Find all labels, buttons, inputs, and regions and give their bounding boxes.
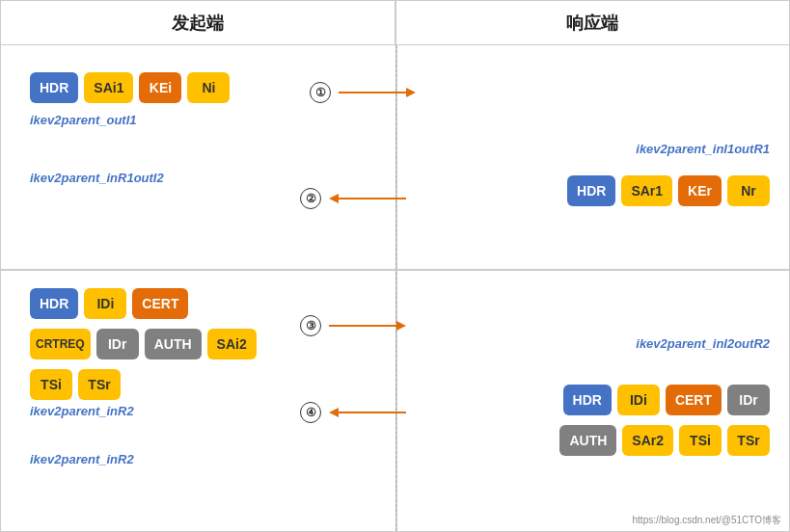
chip-sar1: SAr1 — [621, 175, 672, 206]
chip-sai2: SAi2 — [207, 329, 257, 359]
watermark: https://blog.csdn.net/@51CTO博客 — [633, 514, 781, 527]
msg1-chips: HDR SAi1 KEi Ni — [30, 72, 230, 103]
chip-tsr-3: TSr — [78, 369, 121, 400]
msg1-left-label: ikev2parent_outI1 — [30, 113, 137, 127]
header-right: 响应端 — [396, 12, 789, 35]
circle-4: ④ — [300, 402, 321, 423]
svg-marker-7 — [329, 408, 339, 417]
chip-sai1: SAi1 — [84, 72, 133, 103]
msg4-chips-row1: HDR IDi CERT IDr — [563, 385, 770, 415]
msg3-arrow-area: ③ — [300, 315, 406, 336]
chip-ker: KEr — [678, 175, 722, 206]
main-container: 发起端 响应端 HDR SAi1 KEi Ni ① ikev2parent_ou… — [0, 0, 790, 532]
msg3-chips-row3: TSi TSr — [30, 369, 121, 400]
chip-nr: Nr — [727, 175, 770, 206]
chip-hdr-2: HDR — [567, 175, 615, 206]
msg1-right-label: ikev2parent_inI1outR1 — [636, 142, 770, 156]
msg3-chips-row2: CRTREQ IDr AUTH SAi2 — [30, 329, 257, 359]
chip-auth-4: AUTH — [559, 425, 616, 456]
chip-ni: Ni — [187, 72, 230, 103]
chip-cert-3: CERT — [132, 288, 188, 319]
chip-idr-4: IDr — [727, 385, 770, 415]
msg4-chips-row2: AUTH SAr2 TSi TSr — [559, 425, 770, 456]
chip-idi-3: IDi — [84, 288, 126, 319]
msg3-chips-row1: HDR IDi CERT — [30, 288, 188, 319]
circle-3: ③ — [300, 315, 321, 336]
circle-1: ① — [310, 82, 331, 103]
chip-tsi-4: TSi — [679, 425, 722, 456]
header-left: 发起端 — [1, 12, 395, 35]
msg2-chips: HDR SAr1 KEr Nr — [567, 175, 770, 206]
chip-idr-3: IDr — [96, 329, 139, 359]
msg4-left-label: ikev2parent_inR2 — [30, 452, 134, 466]
chip-hdr-3: HDR — [30, 288, 78, 319]
chip-auth-3: AUTH — [145, 329, 202, 359]
circle-2: ② — [300, 188, 321, 209]
svg-marker-1 — [406, 88, 416, 97]
svg-marker-5 — [396, 321, 406, 331]
chip-tsr-4: TSr — [727, 425, 770, 456]
msg2-left-label: ikev2parent_inR1outI2 — [30, 171, 164, 185]
msg1-arrow-area: ① — [310, 82, 416, 103]
chip-cert-4: CERT — [666, 385, 722, 415]
chip-sar2: SAr2 — [622, 425, 673, 456]
chip-kei: KEi — [139, 72, 181, 103]
header-row: 发起端 响应端 — [1, 1, 789, 45]
chip-idi-4: IDi — [617, 385, 660, 415]
msg4-arrow-area: ④ — [300, 402, 406, 423]
section-top: HDR SAi1 KEi Ni ① ikev2parent_outI1 ikev… — [1, 45, 789, 269]
section-bottom: HDR IDi CERT CRTREQ IDr AUTH SAi2 TSi TS… — [1, 269, 789, 532]
chip-hdr-4: HDR — [563, 385, 612, 415]
svg-marker-3 — [329, 194, 339, 203]
msg3-left-label: ikev2parent_inR2 — [30, 404, 134, 418]
arrow-right-3 — [329, 316, 406, 335]
msg3-right-label: ikev2parent_inI2outR2 — [636, 336, 770, 351]
arrow-left-2 — [329, 189, 406, 208]
chip-tsi-3: TSi — [30, 369, 72, 400]
arrow-right-1 — [339, 83, 416, 102]
chip-crtreq: CRTREQ — [30, 329, 91, 359]
chip-hdr-1: HDR — [30, 72, 78, 103]
arrow-left-4 — [329, 403, 406, 422]
msg2-arrow-area: ② — [300, 188, 406, 209]
